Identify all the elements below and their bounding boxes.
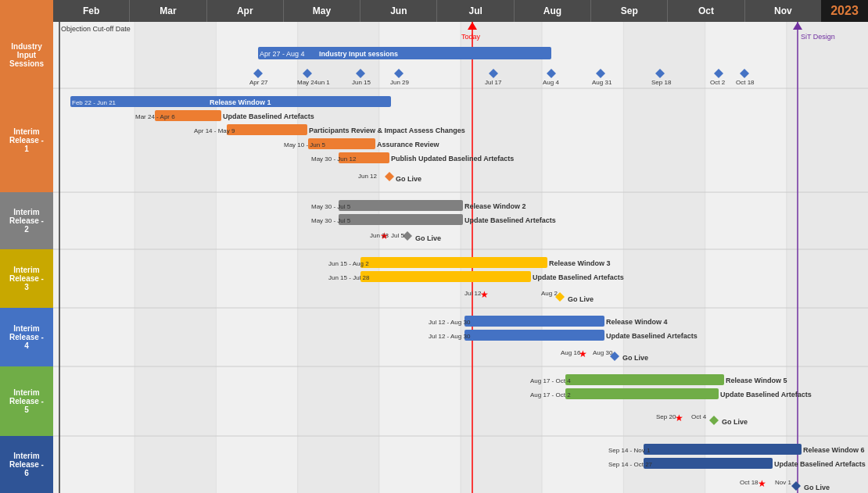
ir2-release-window [339, 200, 463, 211]
ir5-gl-sep20: Sep 20 [656, 413, 676, 420]
ir5-uba-date: Aug 17 - Oct 2 [530, 391, 571, 398]
ir1-pr-date: Apr 14 - May 9 [194, 127, 235, 134]
label-ir2: InterimRelease -2 [0, 192, 53, 249]
ir4-gl-label: Go Live [622, 354, 648, 362]
label-header [0, 0, 53, 22]
today-label: Today [461, 33, 481, 41]
ir4-uba-date: Jul 12 - Aug 30 [429, 333, 471, 340]
year-label: 2023 [821, 0, 868, 22]
gantt-container: Feb Mar Apr May Jun Jul Aug Sep Oct Nov … [0, 0, 868, 493]
month-oct: Oct [668, 0, 744, 22]
industry-input-bar-date: Apr 27 - Aug 4 [260, 50, 305, 58]
ir5-gl-label: Go Live [722, 418, 748, 426]
ir1-uba-date: Mar 24 - Apr 6 [135, 113, 175, 120]
month-apr: Apr [207, 0, 284, 22]
ir4-gl-aug30: Aug 30 [593, 349, 613, 356]
ir1-pr-label: Participants Review & Impact Assess Chan… [309, 127, 465, 134]
label-jun29: Jun 29 [390, 79, 410, 86]
ir4-rw-date: Jul 12 - Aug 30 [429, 319, 471, 326]
ir5-release-window [565, 374, 724, 385]
ir3-uba-date: Jun 15 - Jul 28 [328, 274, 370, 281]
ir1-uba-label: Update Baselined Artefacts [223, 113, 314, 120]
ir4-uba-label: Update Baselined Artefacts [606, 332, 698, 340]
svg-rect-2 [216, 22, 297, 493]
objection-label: Objection Cut-off Date [61, 25, 131, 33]
gantt-svg: Objection Cut-off Date Today SiT Design … [53, 22, 868, 493]
sit-label: SiT Design [801, 33, 835, 41]
label-ir6: InterimRelease -6 [0, 436, 53, 493]
ir3-release-window [360, 257, 547, 268]
label-jul17: Jul 17 [485, 79, 502, 86]
ir1-participants-review [227, 124, 307, 135]
ir1-pub-date: May 30 - Jun 12 [311, 155, 357, 163]
label-may24: May 24un 1 [297, 79, 330, 86]
ir6-gl-label: Go Live [804, 484, 830, 491]
ir2-uba-date: May 30 - Jul 5 [311, 217, 351, 224]
svg-rect-7 [623, 22, 705, 493]
labels-column: IndustryInputSessions InterimRelease -1 … [0, 22, 53, 493]
ir2-gl-date: Jun 23 [370, 232, 389, 239]
ir3-golive-star: ★ [480, 289, 489, 300]
ir3-uba-label: Update Baselined Artefacts [533, 273, 624, 281]
ir6-rw-date: Sep 14 - Nov 1 [608, 447, 651, 454]
ir3-gl-jul12: Jul 12 [464, 290, 482, 297]
ir5-rw-date: Aug 17 - Oct 4 [530, 377, 571, 384]
ir2-gl-label: Go Live [415, 234, 441, 242]
ir5-golive-star: ★ [675, 413, 683, 423]
ir5-uba-label: Update Baselined Artefacts [720, 391, 812, 398]
ir4-rw-label: Release Window 4 [606, 318, 667, 326]
chart-area: Objection Cut-off Date Today SiT Design … [53, 22, 868, 493]
label-aug31: Aug 31 [592, 79, 612, 86]
label-oct18: Oct 18 [736, 79, 755, 86]
ir3-update-baselined [360, 271, 531, 282]
ir6-update-baselined [644, 458, 773, 469]
label-ir4: InterimRelease -4 [0, 308, 53, 366]
ir4-release-window [464, 316, 604, 327]
ir2-gld-date: Jul 5 [391, 232, 404, 239]
label-apr27: Apr 27 [249, 79, 268, 86]
ir2-rw-date: May 30 - Jul 5 [311, 203, 351, 210]
ir6-uba-date: Sep 14 - Oct 27 [608, 461, 653, 468]
ir1-pub-label: Publish Updated Baselined Artefacts [391, 155, 514, 163]
ir6-rw-label: Release Window 6 [803, 446, 864, 454]
month-sep: Sep [591, 0, 668, 22]
months-header: Feb Mar Apr May Jun Jul Aug Sep Oct Nov [53, 0, 821, 22]
svg-rect-6 [542, 22, 623, 493]
label-ir1: InterimRelease -1 [0, 88, 53, 192]
ir6-gl-oct18: Oct 18 [740, 479, 759, 486]
month-jul: Jul [437, 0, 514, 22]
header-row: Feb Mar Apr May Jun Jul Aug Sep Oct Nov … [0, 0, 868, 22]
svg-rect-9 [787, 22, 868, 493]
label-ir3: InterimRelease -3 [0, 249, 53, 308]
label-ir5: InterimRelease -5 [0, 366, 53, 436]
ir2-rw-label: Release Window 2 [464, 202, 525, 210]
ir3-rw-date: Jun 15 - Aug 2 [328, 260, 369, 267]
ir5-update-baselined [565, 388, 719, 399]
month-nov: Nov [745, 0, 821, 22]
label-sep18: Sep 18 [651, 79, 672, 86]
label-jun15: Jun 15 [352, 79, 371, 86]
ir5-gl-oct4: Oct 4 [691, 413, 707, 420]
ir1-ar-date: May 10 - Jun 5 [284, 141, 325, 148]
ir6-uba-label: Update Baselined Artefacts [774, 460, 866, 468]
svg-rect-0 [53, 22, 135, 493]
label-aug4: Aug 4 [543, 79, 559, 86]
ir4-golive-star: ★ [579, 348, 587, 359]
ir6-gl-nov1: Nov 1 [775, 479, 791, 486]
ir1-gl-label: Go Live [396, 175, 421, 183]
ir2-update-baselined [339, 214, 463, 225]
svg-rect-1 [135, 22, 216, 493]
ir4-update-baselined [464, 330, 604, 341]
label-industry-input: IndustryInputSessions [0, 22, 53, 88]
month-jun: Jun [360, 0, 437, 22]
ir1-ar-label: Assurance Review [377, 141, 440, 148]
ir6-golive-star: ★ [758, 478, 766, 489]
ir3-gl-label: Go Live [568, 295, 594, 303]
month-mar: Mar [130, 0, 206, 22]
industry-input-bar-label: Industry Input sessions [319, 50, 398, 58]
month-feb: Feb [53, 0, 130, 22]
gantt-body: IndustryInputSessions InterimRelease -1 … [0, 22, 868, 493]
ir6-release-window [644, 444, 802, 455]
ir3-gl-aug2: Aug 2 [541, 290, 558, 297]
month-aug: Aug [515, 0, 591, 22]
